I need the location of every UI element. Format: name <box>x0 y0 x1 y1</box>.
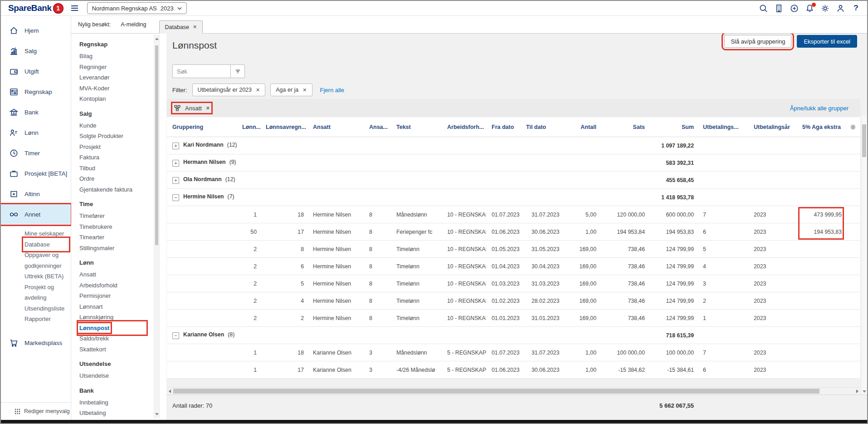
table-row[interactable]: 25Hermine Nilsen8Timelønn10 - REGNSKAP01… <box>167 275 860 292</box>
menu-item-arbeidsforhold[interactable]: Arbeidsforhold <box>79 280 145 291</box>
edit-menu-button[interactable]: Rediger menyvalg <box>1 402 71 420</box>
table-row[interactable]: 28Hermine Nilsen8Timelønn10 - REGNSKAP01… <box>167 241 860 258</box>
add-circle-icon[interactable] <box>790 4 799 13</box>
column-header-avregn[interactable]: Lønnsavregn... <box>260 117 307 137</box>
menu-item-faktura[interactable]: Faktura <box>79 152 145 163</box>
settings-gear-icon[interactable] <box>820 4 830 13</box>
clear-all-filters-link[interactable]: Fjern alle <box>320 87 344 94</box>
menu-item-stillingsmaler[interactable]: Stillingsmaler <box>79 243 145 254</box>
tab-a-melding[interactable]: A-melding <box>121 21 146 28</box>
group-row-ola-nordmann[interactable]: +Ola Nordmann(12)455 658,45 <box>167 172 860 189</box>
menu-item-kontoplan[interactable]: Kontoplan <box>79 94 145 104</box>
horizontal-scrollbar-thumb[interactable] <box>173 389 819 394</box>
group-row-kari-nordmann[interactable]: +Kari Nordmann(12)1 097 189,22 <box>167 137 860 154</box>
sidebar-subitem-mine-selskaper[interactable]: Mine selskaper <box>24 228 68 239</box>
vertical-scrollbar-thumb[interactable] <box>862 124 866 157</box>
menu-item-kunde[interactable]: Kunde <box>79 120 145 131</box>
filter-chip-aga-er-ja[interactable]: Aga er ja✕ <box>270 84 312 96</box>
sidebar-subitem-prosjekt-og-avdeling[interactable]: Prosjekt og avdeling <box>24 282 68 303</box>
column-header-arbeidsforhold[interactable]: Arbeidsforh... <box>442 117 486 137</box>
tab-database[interactable]: Database ✕ <box>159 20 203 34</box>
menu-item-saldo-trekk[interactable]: Saldo/trekk <box>79 333 145 344</box>
expand-group-icon[interactable]: + <box>172 160 179 167</box>
column-header-lonn[interactable]: Lønn... <box>237 117 260 137</box>
filter-chip-utbetalingsår-er-2023[interactable]: Utbetalingsår er 2023✕ <box>192 84 266 96</box>
menu-item-solgte-produkter[interactable]: Solgte Produkter <box>79 131 145 142</box>
column-header-aga[interactable]: 5% Aga ekstra <box>797 117 845 137</box>
sidebar-item-lønn[interactable]: Lønn <box>1 123 71 143</box>
column-header-til[interactable]: Til dato <box>521 117 568 137</box>
menu-item-gjentakende-faktura[interactable]: Gjentakende faktura <box>79 184 145 195</box>
scroll-left-icon[interactable] <box>169 389 171 393</box>
scroll-right-icon[interactable] <box>856 389 858 393</box>
menu-item-regninger[interactable]: Regninger <box>79 62 145 73</box>
menu-item-timebrukere[interactable]: Timebrukere <box>79 222 145 232</box>
notifications-bell-icon[interactable] <box>805 4 814 13</box>
group-row-hermann-nilsen[interactable]: +Hermann Nilsen(9)583 392,31 <box>167 154 860 172</box>
menu-item-tilbud[interactable]: Tilbud <box>79 163 145 174</box>
scroll-down-icon[interactable] <box>863 390 866 393</box>
sidebar-subitem-database[interactable]: Database <box>24 239 68 250</box>
menu-item-lønnsart[interactable]: Lønnsart <box>79 301 145 312</box>
company-selector[interactable]: Nordmann Regnskap AS 2023 <box>87 2 187 14</box>
table-row[interactable]: 118Karianne Olsen3Månedslønn5 - REGNSKAP… <box>167 344 860 361</box>
grouping-chip[interactable]: Ansatt ✕ <box>174 104 210 112</box>
column-header-fra[interactable]: Fra dato <box>486 117 521 137</box>
hamburger-menu-icon[interactable] <box>70 4 79 13</box>
sidebar-item-salg[interactable]: Salg <box>1 41 71 61</box>
menu-item-utbetaling[interactable]: Utbetaling <box>79 408 145 419</box>
menu-item-ordre[interactable]: Ordre <box>79 173 145 184</box>
horizontal-scrollbar[interactable] <box>167 387 860 394</box>
collapse-group-icon[interactable]: − <box>172 332 179 339</box>
search-input[interactable] <box>172 64 230 78</box>
menu-item-timefører[interactable]: Timefører <box>79 211 145 222</box>
menu-item-permisjoner[interactable]: Permisjoner <box>79 291 145 301</box>
table-row[interactable]: 26Hermine Nilsen8Timelønn10 - REGNSKAP01… <box>167 258 860 275</box>
column-header-sats[interactable]: Sats <box>600 117 649 137</box>
submenu-scrollbar-thumb[interactable] <box>155 45 158 245</box>
menu-item-prosjekt[interactable]: Prosjekt <box>79 142 145 153</box>
expand-group-icon[interactable]: + <box>172 143 179 149</box>
menu-item-utsendelse[interactable]: Utsendelse <box>79 370 145 381</box>
profile-icon[interactable] <box>836 4 845 13</box>
sidebar-subitem-uttrekk-beta[interactable]: Uttrekk (BETA) <box>24 271 68 282</box>
open-close-groups-link[interactable]: Åpne/lukk alle grupper <box>790 105 848 112</box>
column-header-sum[interactable]: Sum <box>649 117 697 137</box>
sidebar-item-utgift[interactable]: Utgift <box>1 61 71 82</box>
sidebar-item-bank[interactable]: Bank <box>1 102 71 123</box>
close-tab-icon[interactable]: ✕ <box>193 24 197 30</box>
sidebar-item-timer[interactable]: Timer <box>1 143 71 163</box>
scroll-up-icon[interactable] <box>155 38 159 40</box>
column-header-antall[interactable]: Antall <box>568 117 600 137</box>
expand-group-icon[interactable]: + <box>172 177 179 184</box>
search-icon[interactable] <box>759 4 768 13</box>
column-header-ansatt[interactable]: Ansatt <box>307 117 364 137</box>
table-row[interactable]: 118Hermine Nilsen8Månedslønn10 - REGNSKA… <box>167 206 860 223</box>
sidebar-item-regnskap[interactable]: Regnskap <box>1 82 71 102</box>
sidebar-item-markedsplass[interactable]: Markedsplass <box>1 333 71 353</box>
menu-item-leverandør[interactable]: Leverandør <box>79 72 145 83</box>
menu-item-lønnspost[interactable]: Lønnspost <box>79 323 145 334</box>
menu-item-innbetaling[interactable]: Innbetaling <box>79 397 145 408</box>
table-row[interactable]: 5017Hermine Nilsen8Feriepenger fc10 - RE… <box>167 223 860 241</box>
table-row[interactable]: 22Hermine Nilsen8Timelønn10 - REGNSKAP01… <box>167 310 860 327</box>
column-header-tekst[interactable]: Tekst <box>391 117 442 137</box>
sidebar-subitem-oppgaver-og-godkjenninger[interactable]: Oppgaver og godkjenninger <box>24 250 68 271</box>
menu-item-ansatt[interactable]: Ansatt <box>79 269 145 280</box>
help-icon[interactable]: ? <box>851 4 861 13</box>
group-row-hermine-nilsen[interactable]: −Hermine Nilsen(7)1 418 953,78 <box>167 189 860 206</box>
remove-grouping-icon[interactable]: ✕ <box>206 105 210 111</box>
vertical-scrollbar[interactable] <box>861 115 867 394</box>
sidebar-item-altinn[interactable]: Altinn <box>1 184 71 204</box>
sidebar-item-hjem[interactable]: Hjem <box>1 20 71 41</box>
sidebar-subitem-rapporter[interactable]: Rapporter <box>24 314 68 325</box>
group-row-karianne-olsen[interactable]: −Karianne Olsen(8)718 615,39 <box>167 327 860 344</box>
menu-item-mva-koder[interactable]: MVA-Koder <box>79 83 145 94</box>
menu-item-lønnskjøring[interactable]: Lønnskjøring <box>79 312 145 323</box>
remove-filter-icon[interactable]: ✕ <box>256 87 260 93</box>
column-header-utb[interactable]: Utbetalings... <box>697 117 748 137</box>
column-header-gruppering[interactable]: Gruppering <box>167 117 237 137</box>
column-header-utbar[interactable]: Utbetalingsår <box>748 117 797 137</box>
collapse-group-icon[interactable]: − <box>172 194 179 201</box>
company-building-icon[interactable] <box>774 4 784 13</box>
